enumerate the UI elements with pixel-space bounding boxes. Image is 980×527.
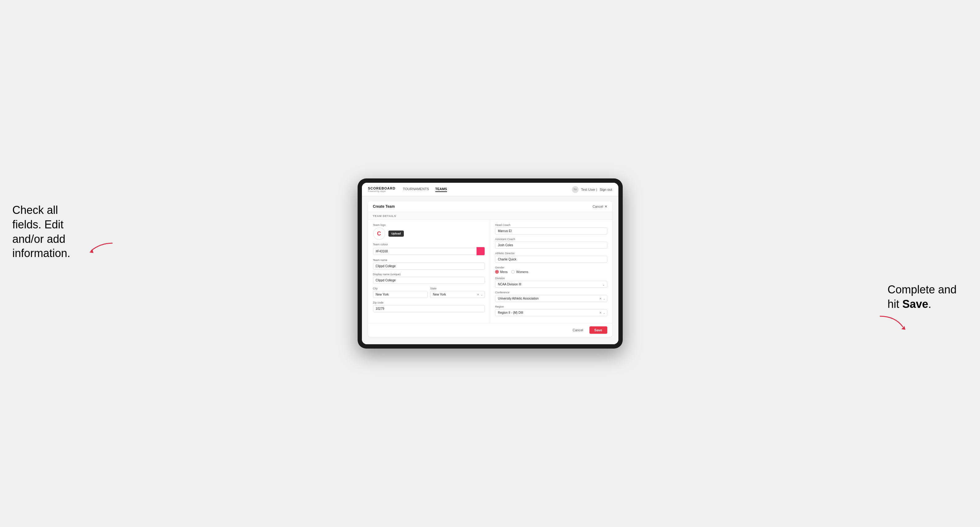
display-name-input[interactable]: [373, 277, 485, 284]
head-coach-field: Head Coach: [495, 224, 607, 235]
tablet-screen: SCOREBOARD Powered by clippd TOURNAMENTS…: [362, 183, 618, 344]
nav-avatar: TU: [572, 186, 579, 193]
nav-logo-sub: Powered by clippd: [368, 190, 396, 192]
section-label: TEAM DETAILS: [368, 212, 612, 220]
form-card: Create Team Cancel ✕ TEAM DETAILS: [368, 201, 612, 337]
gender-field: Gender Mens Womens: [495, 266, 607, 274]
logo-circle: C: [373, 227, 385, 240]
zip-label: Zip code: [373, 301, 485, 304]
team-logo-label: Team logo: [373, 224, 485, 227]
nav-link-teams[interactable]: TEAMS: [435, 187, 447, 192]
athletic-director-field: Athletic Director: [495, 252, 607, 263]
assistant-coach-input[interactable]: [495, 241, 607, 249]
assistant-coach-field: Assistant Coach: [495, 238, 607, 249]
assistant-coach-label: Assistant Coach: [495, 238, 607, 241]
region-field: Region Region II - (M) DIII Region I Reg…: [495, 305, 607, 316]
city-input[interactable]: [373, 291, 428, 298]
team-colour-input[interactable]: [373, 248, 477, 255]
division-label: Division: [495, 277, 607, 280]
svg-marker-1: [901, 326, 905, 330]
cancel-header-label: Cancel: [592, 205, 603, 208]
division-field: Division NCAA Division III NCAA Division…: [495, 277, 607, 288]
region-select[interactable]: Region II - (M) DIII Region I Region III: [495, 309, 607, 316]
gender-mens-option[interactable]: Mens: [495, 270, 508, 274]
save-button[interactable]: Save: [589, 326, 607, 334]
nav-signout[interactable]: Sign out: [600, 188, 612, 191]
athletic-director-input[interactable]: [495, 256, 607, 263]
team-colour-field: Team colour: [373, 243, 485, 256]
head-coach-input[interactable]: [495, 227, 607, 235]
city-field: City: [373, 287, 428, 298]
arrow-left-icon: [88, 240, 116, 256]
annotation-right-bold: Save: [902, 298, 928, 310]
display-name-field: Display name (unique): [373, 273, 485, 284]
state-label: State: [430, 287, 485, 290]
cancel-button[interactable]: Cancel: [570, 327, 586, 333]
upload-button[interactable]: Upload: [388, 230, 404, 237]
annotation-right-end: .: [928, 298, 931, 310]
gender-radio-group: Mens Womens: [495, 270, 607, 274]
division-select-wrapper: NCAA Division III NCAA Division I NCAA D…: [495, 281, 607, 288]
display-name-label: Display name (unique): [373, 273, 485, 276]
team-name-label: Team name: [373, 259, 485, 262]
nav-logo: SCOREBOARD Powered by clippd: [368, 186, 396, 192]
form-body: Team logo C Upload Team colo: [368, 220, 612, 323]
team-logo-field: Team logo C Upload: [373, 224, 485, 240]
nav-user-label: Test User |: [581, 188, 597, 191]
form-left-column: Team logo C Upload Team colo: [368, 220, 490, 323]
conference-select[interactable]: University Athletic Association Atlantic…: [495, 295, 607, 302]
zip-field: Zip code: [373, 301, 485, 312]
nav-link-tournaments[interactable]: TOURNAMENTS: [403, 187, 429, 192]
head-coach-label: Head Coach: [495, 224, 607, 227]
athletic-director-label: Athletic Director: [495, 252, 607, 255]
gender-label: Gender: [495, 266, 607, 269]
colour-swatch[interactable]: [476, 247, 485, 256]
close-icon: ✕: [605, 205, 607, 209]
team-colour-label: Team colour: [373, 243, 485, 246]
navbar: SCOREBOARD Powered by clippd TOURNAMENTS…: [362, 183, 618, 196]
state-clear-button[interactable]: ✕: [477, 293, 479, 296]
state-select-wrapper: New York California Texas ✕ ⌄: [430, 291, 485, 298]
zip-input[interactable]: [373, 305, 485, 312]
annotation-left: Check all fields. Edit and/or add inform…: [12, 203, 86, 261]
gender-womens-option[interactable]: Womens: [511, 270, 528, 274]
colour-field-wrapper: [373, 247, 485, 256]
conference-label: Conference: [495, 291, 607, 294]
region-clear-button[interactable]: ✕: [599, 311, 602, 314]
nav-links: TOURNAMENTS TEAMS: [403, 187, 572, 192]
city-state-row: City State New York California: [373, 287, 485, 301]
gender-mens-label: Mens: [500, 270, 508, 274]
nav-logo-title: SCOREBOARD: [368, 186, 396, 190]
tablet-frame: SCOREBOARD Powered by clippd TOURNAMENTS…: [358, 178, 623, 349]
conference-clear-button[interactable]: ✕: [599, 297, 602, 300]
state-field: State New York California Texas ✕: [430, 287, 485, 298]
cancel-header-button[interactable]: Cancel ✕: [592, 205, 607, 209]
arrow-right-icon: [877, 313, 908, 332]
annotation-left-text: Check all fields. Edit and/or add inform…: [12, 204, 70, 259]
region-select-wrapper: Region II - (M) DIII Region I Region III…: [495, 309, 607, 316]
gender-womens-label: Womens: [516, 270, 528, 274]
form-right-column: Head Coach Assistant Coach Athletic Dire…: [490, 220, 612, 323]
region-label: Region: [495, 305, 607, 308]
content-area: Create Team Cancel ✕ TEAM DETAILS: [362, 196, 618, 344]
gender-womens-radio[interactable]: [511, 270, 515, 274]
division-select[interactable]: NCAA Division III NCAA Division I NCAA D…: [495, 281, 607, 288]
logo-letter: C: [377, 230, 381, 237]
conference-field: Conference University Athletic Associati…: [495, 291, 607, 302]
team-name-input[interactable]: [373, 263, 485, 270]
gender-mens-radio[interactable]: [495, 270, 499, 274]
form-header: Create Team Cancel ✕: [368, 201, 612, 212]
form-title: Create Team: [373, 204, 395, 209]
conference-select-wrapper: University Athletic Association Atlantic…: [495, 295, 607, 302]
city-label: City: [373, 287, 428, 290]
logo-area: C Upload: [373, 227, 485, 240]
nav-right: TU Test User | Sign out: [572, 186, 612, 193]
annotation-right: Complete and hit Save.: [888, 283, 968, 311]
form-footer: Cancel Save: [368, 323, 612, 337]
team-name-field: Team name: [373, 259, 485, 270]
